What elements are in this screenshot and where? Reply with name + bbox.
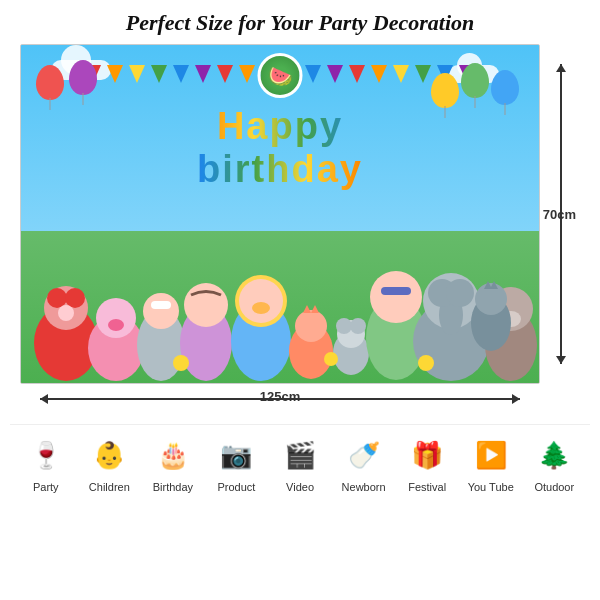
cocomelon-logo: 🍉 <box>258 53 303 98</box>
newborn-label: Newborn <box>342 481 386 493</box>
category-video[interactable]: 🎬Video <box>268 433 332 493</box>
party-icon: 🍷 <box>26 433 66 477</box>
flag-8 <box>239 65 255 83</box>
flag-11 <box>305 65 321 83</box>
svg-marker-19 <box>303 305 311 313</box>
flag-2 <box>107 65 123 83</box>
svg-point-37 <box>324 352 338 366</box>
flag-5 <box>173 65 189 83</box>
svg-point-23 <box>336 318 352 334</box>
children-label: Children <box>89 481 130 493</box>
flag-16 <box>415 65 431 83</box>
svg-point-12 <box>184 283 228 327</box>
characters-scene <box>21 183 540 383</box>
outdoor-label: Otudoor <box>534 481 574 493</box>
flag-14 <box>371 65 387 83</box>
festival-icon: 🎁 <box>407 433 447 477</box>
svg-point-38 <box>418 355 434 371</box>
flag-4 <box>151 65 167 83</box>
newborn-icon: 🍼 <box>344 433 384 477</box>
category-newborn[interactable]: 🍼Newborn <box>332 433 396 493</box>
category-children[interactable]: 👶Children <box>78 433 142 493</box>
height-measurement: 70cm <box>542 44 580 384</box>
children-icon: 👶 <box>89 433 129 477</box>
svg-point-16 <box>252 302 270 314</box>
youtube-label: You Tube <box>468 481 514 493</box>
balloon-5 <box>431 73 459 108</box>
banner-image: 🍉 Happy birthday <box>20 44 540 384</box>
svg-point-26 <box>370 271 422 323</box>
birthday-label: Birthday <box>153 481 193 493</box>
svg-point-7 <box>108 319 124 331</box>
birthday-icon: 🎂 <box>153 433 193 477</box>
page-title: Perfect Size for Your Party Decoration <box>126 10 475 36</box>
svg-rect-27 <box>381 287 411 295</box>
outdoor-icon: 🌲 <box>534 433 574 477</box>
category-product[interactable]: 📷Product <box>205 433 269 493</box>
width-label: 125cm <box>260 389 300 404</box>
svg-point-18 <box>295 310 327 342</box>
happy-text: Happy <box>150 105 410 148</box>
product-label: Product <box>218 481 256 493</box>
category-party[interactable]: 🍷Party <box>14 433 78 493</box>
svg-point-9 <box>143 293 179 329</box>
svg-point-6 <box>96 298 136 338</box>
category-youtube[interactable]: ▶️You Tube <box>459 433 523 493</box>
balloon-1 <box>36 65 64 100</box>
svg-point-24 <box>350 318 366 334</box>
category-outdoor[interactable]: 🌲Otudoor <box>523 433 587 493</box>
svg-point-4 <box>58 305 74 321</box>
svg-marker-20 <box>311 305 319 313</box>
flag-15 <box>393 65 409 83</box>
flag-3 <box>129 65 145 83</box>
happy-birthday-text: Happy birthday <box>150 105 410 191</box>
height-label: 70cm <box>543 207 576 222</box>
product-image-section: 🍉 Happy birthday <box>20 44 580 414</box>
main-container: Perfect Size for Your Party Decoration <box>0 0 600 600</box>
party-label: Party <box>33 481 59 493</box>
svg-point-36 <box>173 355 189 371</box>
flag-6 <box>195 65 211 83</box>
balloon-4 <box>461 63 489 98</box>
flag-13 <box>349 65 365 83</box>
festival-label: Festival <box>408 481 446 493</box>
video-icon: 🎬 <box>280 433 320 477</box>
width-measurement: 125cm <box>20 384 540 414</box>
svg-point-15 <box>239 279 283 323</box>
flag-7 <box>217 65 233 83</box>
youtube-icon: ▶️ <box>471 433 511 477</box>
categories-section: 🍷Party👶Children🎂Birthday📷Product🎬Video🍼N… <box>10 424 590 493</box>
product-icon: 📷 <box>216 433 256 477</box>
svg-point-32 <box>446 279 474 307</box>
category-festival[interactable]: 🎁Festival <box>395 433 459 493</box>
svg-point-2 <box>47 288 67 308</box>
flag-12 <box>327 65 343 83</box>
svg-rect-10 <box>151 301 171 309</box>
balloon-2 <box>69 60 97 95</box>
svg-point-3 <box>65 288 85 308</box>
video-label: Video <box>286 481 314 493</box>
category-birthday[interactable]: 🎂Birthday <box>141 433 205 493</box>
balloon-3 <box>491 70 519 105</box>
